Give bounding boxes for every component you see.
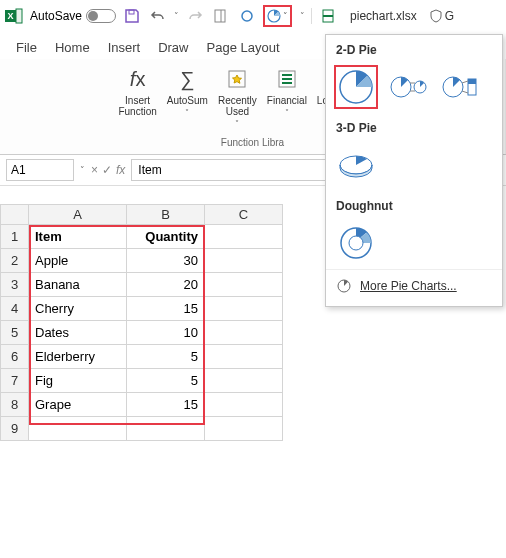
tab-insert[interactable]: Insert [108,40,141,55]
bar-of-pie-option[interactable] [438,65,482,109]
table-row: 1 Item Quantity [1,225,283,249]
file-type-icon [318,6,338,26]
table-row: 5Dates10 [1,321,283,345]
more-pie-charts-button[interactable]: More Pie Charts... [326,269,502,302]
dropdown-section-3d-pie: 3-D Pie [326,113,502,139]
svg-rect-12 [282,78,292,80]
chevron-down-icon: ˅ [285,108,289,117]
tab-draw[interactable]: Draw [158,40,188,55]
sensitivity-button[interactable]: G [429,9,454,23]
name-box[interactable] [6,159,74,181]
toggle-off-icon[interactable] [86,9,116,23]
title-bar: X AutoSave ˅ ˅ ˅ piechart.xlsx G [0,0,506,32]
chevron-down-icon: ˅ [282,11,289,21]
pie-small-icon [336,278,352,294]
tab-file[interactable]: File [16,40,37,55]
recently-used-button[interactable]: Recently Used ˅ [216,63,259,130]
svg-line-26 [462,81,468,83]
table-row: 9 [1,417,283,441]
svg-rect-8 [323,15,333,17]
fx-icon[interactable]: fx [116,163,125,177]
svg-rect-2 [16,9,22,23]
autosave-label: AutoSave [30,9,82,23]
svg-rect-4 [215,10,225,22]
ribbon-group-label: Function Libra [221,137,284,150]
cell-b1[interactable]: Quantity [127,225,205,249]
pie-chart-qat-button[interactable]: ˅ [263,5,292,27]
table-row: 7Fig5 [1,369,283,393]
table-row: 3Banana20 [1,273,283,297]
shield-icon [429,9,443,23]
accept-formula-icon[interactable]: ✓ [102,163,112,177]
chevron-down-icon: ˅ [185,108,189,117]
sigma-icon: ∑ [173,65,201,93]
doughnut-icon [336,223,376,263]
tab-home[interactable]: Home [55,40,90,55]
record-icon[interactable] [237,6,257,26]
financial-icon [273,65,301,93]
table-row: 6Elderberry5 [1,345,283,369]
filename-label: piechart.xlsx [350,9,417,23]
dropdown-section-doughnut: Doughnut [326,191,502,217]
pie-chart-icon [266,8,282,24]
doughnut-option[interactable] [334,221,378,265]
financial-button[interactable]: Financial ˅ [265,63,309,119]
autosum-button[interactable]: ∑ AutoSum ˅ [165,63,210,119]
cancel-formula-icon[interactable]: × [91,163,98,177]
sensitivity-label: G [445,9,454,23]
undo-icon[interactable] [148,6,168,26]
tab-page-layout[interactable]: Page Layout [207,40,280,55]
star-icon [223,65,251,93]
select-all-corner[interactable] [1,205,29,225]
col-header-c[interactable]: C [205,205,283,225]
pie-3d-icon [336,145,376,185]
dropdown-section-2d-pie: 2-D Pie [326,35,502,61]
pie-chart-dropdown: 2-D Pie 3-D Pie Doughnut More Pie Charts… [325,34,503,307]
svg-rect-13 [282,82,292,84]
quick-access-icon[interactable] [211,6,231,26]
pie-of-pie-option[interactable] [386,65,430,109]
svg-text:X: X [7,11,13,21]
pie-3d-option[interactable] [334,143,378,187]
svg-line-27 [462,91,468,93]
bar-of-pie-icon [440,67,480,107]
autosave-toggle[interactable]: AutoSave [30,9,116,23]
more-pie-charts-label: More Pie Charts... [360,279,457,293]
chevron-down-icon: ˅ [235,119,239,128]
table-row: 2Apple30 [1,249,283,273]
cell-a1[interactable]: Item [29,225,127,249]
pie-of-pie-icon [388,67,428,107]
col-header-b[interactable]: B [127,205,205,225]
fx-icon: fx [124,65,152,93]
svg-rect-11 [282,74,292,76]
table-row: 4Cherry15 [1,297,283,321]
table-row: 8Grape15 [1,393,283,417]
redo-icon[interactable] [185,6,205,26]
pie-2d-option[interactable] [334,65,378,109]
col-header-a[interactable]: A [29,205,127,225]
pie-2d-icon [336,67,376,107]
insert-function-button[interactable]: fx Insert Function [116,63,158,119]
save-icon[interactable] [122,6,142,26]
svg-point-30 [349,236,363,250]
excel-logo-icon: X [4,6,24,26]
svg-rect-25 [468,79,476,84]
svg-point-5 [242,11,252,21]
